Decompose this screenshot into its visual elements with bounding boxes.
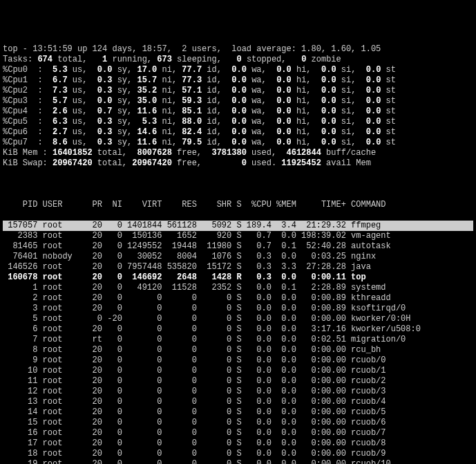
process-row[interactable]: 76401 nobody 20 0 30052 8004 1076 S 0.3 … [3,252,473,262]
column-headers[interactable]: PID USER PR NI VIRT RES SHR S %CPU %MEM … [3,200,473,210]
process-row[interactable]: 5 root 0 -20 0 0 0 S 0.0 0.0 0:00.00 kwo… [3,314,473,324]
process-row[interactable]: 17 root 20 0 0 0 0 S 0.0 0.0 0:00.00 rcu… [3,438,473,449]
process-row[interactable]: 2383 root 20 0 150136 1652 920 S 0.7 0.0… [3,231,473,241]
process-row[interactable]: 10 root 20 0 0 0 0 S 0.0 0.0 0:00.00 rcu… [3,366,473,376]
process-row[interactable]: 19 root 20 0 0 0 0 S 0.0 0.0 0:00.00 rcu… [3,459,473,464]
process-row[interactable]: 13 root 20 0 0 0 0 S 0.0 0.0 0:00.00 rcu… [3,397,473,407]
process-row[interactable]: 157057 root 20 0 1401844 561128 5092 S 1… [3,221,473,231]
process-row[interactable]: 7 root rt 0 0 0 0 S 0.0 0.0 0:02.51 migr… [3,335,473,345]
process-row[interactable]: 2 root 20 0 0 0 0 S 0.0 0.0 0:00.89 kthr… [3,293,473,304]
process-row[interactable]: 15 root 20 0 0 0 0 S 0.0 0.0 0:00.00 rcu… [3,418,473,428]
process-row[interactable]: 6 root 20 0 0 0 0 S 0.0 0.0 3:17.16 kwor… [3,324,473,335]
process-row[interactable]: 8 root 20 0 0 0 0 S 0.0 0.0 0:00.00 rcu_… [3,345,473,355]
top-header: top - 13:51:59 up 124 days, 18:57, 2 use… [3,44,473,169]
process-row[interactable]: 81465 root 20 0 1249552 19448 11980 S 0.… [3,241,473,252]
process-row[interactable]: 160678 root 20 0 146692 2648 1428 R 0.3 … [3,272,473,283]
process-row[interactable]: 16 root 20 0 0 0 0 S 0.0 0.0 0:00.00 rcu… [3,428,473,438]
process-row[interactable]: 9 root 20 0 0 0 0 S 0.0 0.0 0:00.00 rcuo… [3,355,473,366]
process-list[interactable]: 157057 root 20 0 1401844 561128 5092 S 1… [3,221,473,464]
process-row[interactable]: 3 root 20 0 0 0 0 S 0.0 0.0 0:00.89 ksof… [3,304,473,314]
process-row[interactable]: 11 root 20 0 0 0 0 S 0.0 0.0 0:00.00 rcu… [3,376,473,387]
process-row[interactable]: 18 root 20 0 0 0 0 S 0.0 0.0 0:00.00 rcu… [3,449,473,459]
process-row[interactable]: 14 root 20 0 0 0 0 S 0.0 0.0 0:00.00 rcu… [3,407,473,418]
process-row[interactable]: 146526 root 20 0 7957448 535820 15172 S … [3,262,473,272]
blank-line [3,179,473,189]
process-row[interactable]: 1 root 20 0 49120 11528 2352 S 0.0 0.1 2… [3,283,473,293]
process-row[interactable]: 12 root 20 0 0 0 0 S 0.0 0.0 0:00.00 rcu… [3,387,473,397]
